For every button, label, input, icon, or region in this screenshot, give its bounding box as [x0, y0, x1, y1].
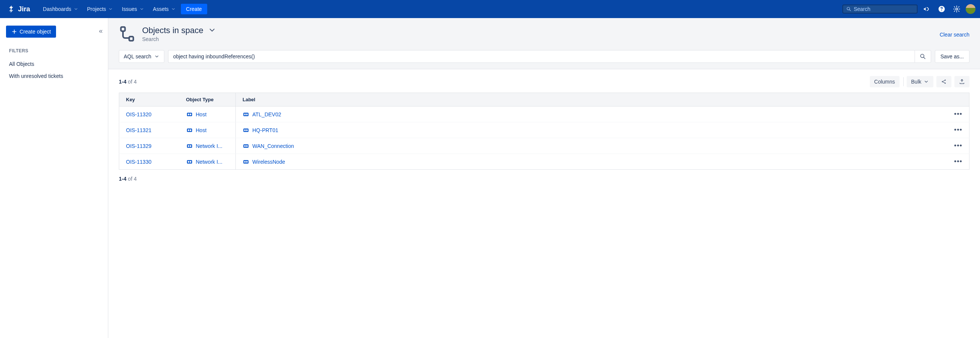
- search-icon: [846, 6, 851, 12]
- col-key[interactable]: Key: [119, 93, 180, 107]
- help-icon: [938, 5, 945, 13]
- global-search-input[interactable]: [854, 6, 914, 12]
- filter-all-objects[interactable]: All Objects: [6, 58, 102, 70]
- top-navigation: Jira Dashboards Projects Issues Assets C…: [0, 0, 980, 18]
- create-button[interactable]: Create: [181, 4, 207, 14]
- clear-search-link[interactable]: Clear search: [940, 32, 969, 38]
- settings-button[interactable]: [951, 3, 963, 15]
- aql-query-input[interactable]: [168, 50, 914, 63]
- page-header: Objects in space Search Clear search: [108, 18, 980, 50]
- search-icon: [920, 53, 926, 60]
- chevron-down-icon: [140, 7, 144, 11]
- filter-unresolved-tickets[interactable]: With unresolved tickets: [6, 70, 102, 82]
- row-actions-button[interactable]: •••: [954, 126, 963, 134]
- object-type-link[interactable]: Host: [196, 112, 207, 118]
- results-toolbar: 1-4 of 4 Columns Bulk: [119, 76, 969, 87]
- run-search-button[interactable]: [915, 50, 931, 63]
- global-search[interactable]: [842, 5, 918, 14]
- nav-issues[interactable]: Issues: [118, 4, 147, 14]
- object-label-icon: [243, 127, 249, 134]
- object-label-icon: [243, 158, 249, 165]
- table-row: OIS-11321 Host HQ-PRT01 •••: [119, 122, 969, 138]
- object-key-link[interactable]: OIS-11321: [126, 127, 151, 133]
- nav-dashboards[interactable]: Dashboards: [39, 4, 82, 14]
- filters-heading: FILTERS: [9, 48, 102, 53]
- row-actions-button[interactable]: •••: [954, 158, 963, 165]
- main-area: Objects in space Search Clear search AQL…: [108, 18, 980, 338]
- object-type-link[interactable]: Host: [196, 127, 207, 133]
- schema-icon: [119, 26, 135, 43]
- table-row: OIS-11330 Network I... WirelessNode •••: [119, 154, 969, 170]
- jira-logo[interactable]: Jira: [5, 5, 33, 13]
- share-button[interactable]: [936, 76, 951, 87]
- object-type-icon: [186, 111, 193, 118]
- nav-assets[interactable]: Assets: [149, 4, 180, 14]
- product-name: Jira: [18, 5, 30, 13]
- results-table: Key Object Type Label OIS-11320 Host ATL…: [119, 92, 969, 170]
- create-object-button[interactable]: Create object: [6, 26, 56, 38]
- results-count-bottom: 1-4 of 4: [119, 176, 969, 182]
- object-label-link[interactable]: WirelessNode: [252, 159, 285, 165]
- collapse-sidebar[interactable]: «: [99, 27, 103, 35]
- nav-items: Dashboards Projects Issues Assets Create: [39, 4, 207, 14]
- col-label[interactable]: Label: [236, 93, 948, 107]
- object-type-icon: [186, 127, 193, 134]
- row-actions-button[interactable]: •••: [954, 110, 963, 118]
- export-icon: [959, 79, 965, 84]
- object-key-link[interactable]: OIS-11330: [126, 159, 151, 165]
- object-key-link[interactable]: OIS-11329: [126, 143, 151, 149]
- row-actions-button[interactable]: •••: [954, 142, 963, 150]
- page-subtitle: Search: [142, 36, 933, 42]
- results-count-top: 1-4 of 4: [119, 79, 137, 84]
- object-label-link[interactable]: ATL_DEV02: [252, 112, 281, 118]
- object-label-link[interactable]: WAN_Connection: [252, 143, 294, 149]
- object-label-icon: [243, 111, 249, 118]
- page-title: Objects in space: [142, 26, 204, 35]
- share-icon: [941, 79, 947, 84]
- jira-icon: [8, 5, 16, 13]
- object-key-link[interactable]: OIS-11320: [126, 112, 151, 118]
- chevron-down-icon: [74, 7, 78, 11]
- export-button[interactable]: [955, 76, 969, 87]
- table-row: OIS-11320 Host ATL_DEV02 •••: [119, 107, 969, 122]
- user-avatar[interactable]: [966, 4, 975, 14]
- megaphone-icon: [923, 5, 931, 13]
- object-label-link[interactable]: HQ-PRT01: [252, 127, 278, 133]
- object-type-link[interactable]: Network I...: [196, 143, 223, 149]
- chevron-down-icon: [171, 7, 176, 11]
- save-as-button[interactable]: Save as...: [935, 50, 969, 63]
- object-type-link[interactable]: Network I...: [196, 159, 223, 165]
- chevron-down-icon: [154, 54, 159, 59]
- gear-icon: [953, 5, 961, 13]
- object-type-icon: [186, 143, 193, 150]
- plus-icon: [11, 29, 17, 35]
- col-actions: [947, 93, 969, 107]
- col-type[interactable]: Object Type: [180, 93, 236, 107]
- chevron-down-icon: [108, 7, 113, 11]
- schema-dropdown[interactable]: [208, 26, 216, 35]
- columns-button[interactable]: Columns: [870, 76, 899, 87]
- sidebar: Create object « FILTERS All Objects With…: [0, 18, 108, 338]
- search-mode-select[interactable]: AQL search: [119, 50, 164, 63]
- feedback-button[interactable]: [921, 3, 932, 15]
- chevron-down-icon: [208, 26, 216, 34]
- object-label-icon: [243, 143, 249, 150]
- toolbar-divider: [903, 77, 904, 86]
- chevron-down-icon: [924, 79, 929, 84]
- table-row: OIS-11329 Network I... WAN_Connection ••…: [119, 138, 969, 154]
- nav-projects[interactable]: Projects: [83, 4, 117, 14]
- content-area: 1-4 of 4 Columns Bulk: [108, 69, 980, 338]
- table-header-row: Key Object Type Label: [119, 93, 969, 107]
- bulk-button[interactable]: Bulk: [907, 76, 933, 87]
- search-row: AQL search Save as...: [108, 50, 980, 69]
- object-type-icon: [186, 158, 193, 165]
- help-button[interactable]: [935, 3, 948, 15]
